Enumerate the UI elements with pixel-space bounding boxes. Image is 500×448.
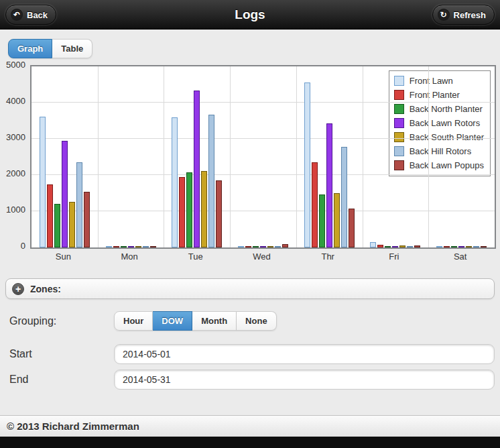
bar-back-north-planter [54,204,60,247]
x-tick-label: Wed [229,251,295,262]
bar-back-lawn-rotors [260,246,266,247]
bar-front-planter [179,177,185,247]
bar-front-lawn [370,242,376,247]
bar-front-planter [312,162,318,247]
grouping-toggle: Hour DOW Month None [114,311,277,331]
bar-front-lawn [436,246,442,247]
y-tick-label: 5000 [4,60,25,70]
plot-area: Front LawnFront PlanterBack North Plante… [30,65,496,249]
bar-back-north-planter [451,246,457,247]
x-tick-label: Tue [162,251,229,262]
zones-label: Zones: [30,284,61,294]
bar-back-lawn-rotors [326,123,332,247]
y-tick-label: 1000 [4,205,25,215]
bar-back-north-planter [121,246,127,247]
bar-front-planter [113,246,119,247]
bar-back-hill-rotors [473,246,479,247]
refresh-button-label: Refresh [454,10,486,20]
page-title: Logs [0,0,500,30]
grouping-label: Grouping: [5,315,114,327]
bar-front-lawn [304,82,310,247]
bar-back-hill-rotors [143,246,149,247]
back-button-label: Back [27,10,48,20]
bar-back-south-planter [69,202,75,247]
grouping-option-hour[interactable]: Hour [114,311,153,331]
zones-collapsible[interactable]: + Zones: [5,278,495,299]
bar-back-lawn-popups [481,246,487,247]
plus-icon: + [12,283,24,295]
back-button[interactable]: ↶ Back [5,5,56,25]
bar-back-south-planter [466,246,472,247]
copyright-text: © 2013 Richard Zimmerman [7,421,139,432]
bar-back-lawn-popups [216,180,222,247]
start-row: Start [5,344,495,364]
y-tick-label: 3000 [4,132,25,142]
bar-back-north-planter [186,172,192,247]
bar-front-lawn [40,117,46,247]
bar-front-lawn [106,246,112,247]
bar-back-lawn-rotors [458,246,464,247]
bar-back-hill-rotors [76,162,82,247]
end-label: End [5,374,114,386]
device-bottom-strip [0,437,500,448]
chart: 010002000300040005000 Front LawnFront Pl… [5,65,495,266]
bar-group [230,66,296,247]
table-tab[interactable]: Table [52,39,92,58]
x-tick-label: Fri [361,251,428,262]
end-date-input[interactable] [114,370,495,390]
view-toggle: Graph Table [8,39,92,58]
bar-front-lawn [238,246,244,247]
y-tick-label: 2000 [4,168,25,178]
header: ↶ Back Logs ↻ Refresh [0,0,500,30]
bar-back-north-planter [385,246,391,247]
refresh-button[interactable]: ↻ Refresh [432,5,495,25]
x-tick-label: Thr [295,251,361,262]
back-icon: ↶ [11,9,23,21]
y-axis: 010002000300040005000 [5,65,27,246]
grouping-option-dow[interactable]: DOW [153,311,192,331]
y-tick-label: 0 [4,241,25,251]
bar-group [363,66,429,247]
bar-group [98,66,164,247]
bar-group [428,66,495,247]
bar-back-lawn-rotors [62,141,68,247]
bar-front-lawn [172,117,178,247]
bar-back-south-planter [135,246,141,247]
grouping-option-month[interactable]: Month [192,311,237,331]
bar-back-lawn-popups [84,192,90,247]
main-content: Graph Table 010002000300040005000 Front … [0,30,500,415]
bar-front-planter [377,245,383,247]
bar-back-lawn-rotors [392,246,398,247]
x-tick-label: Sat [427,251,493,262]
bar-back-south-planter [267,246,273,247]
bar-back-lawn-rotors [128,246,134,247]
grouping-option-none[interactable]: None [237,311,277,331]
bar-group [32,66,98,247]
bar-back-south-planter [201,171,207,247]
x-tick-label: Mon [97,251,163,262]
bar-back-south-planter [334,193,340,247]
bar-back-south-planter [399,245,405,247]
start-date-input[interactable] [114,344,495,364]
bar-back-north-planter [319,194,325,247]
bar-back-lawn-popups [414,245,420,247]
graph-tab[interactable]: Graph [8,39,52,58]
bar-back-lawn-popups [282,244,288,247]
y-tick-label: 4000 [4,96,25,106]
x-tick-label: Sun [30,251,97,262]
grouping-row: Grouping: Hour DOW Month None [5,311,495,331]
bar-back-hill-rotors [275,246,281,247]
bar-group [164,66,230,247]
bar-back-hill-rotors [341,147,347,247]
bar-back-hill-rotors [407,246,413,247]
end-row: End [5,370,495,390]
bar-front-planter [444,246,450,247]
bar-back-north-planter [253,246,259,247]
bar-front-planter [245,246,251,247]
refresh-icon: ↻ [438,9,450,21]
bar-back-hill-rotors [208,115,214,247]
bar-group [296,66,363,247]
footer: © 2013 Richard Zimmerman [0,415,500,437]
start-label: Start [5,348,114,360]
bar-back-lawn-rotors [194,91,200,247]
